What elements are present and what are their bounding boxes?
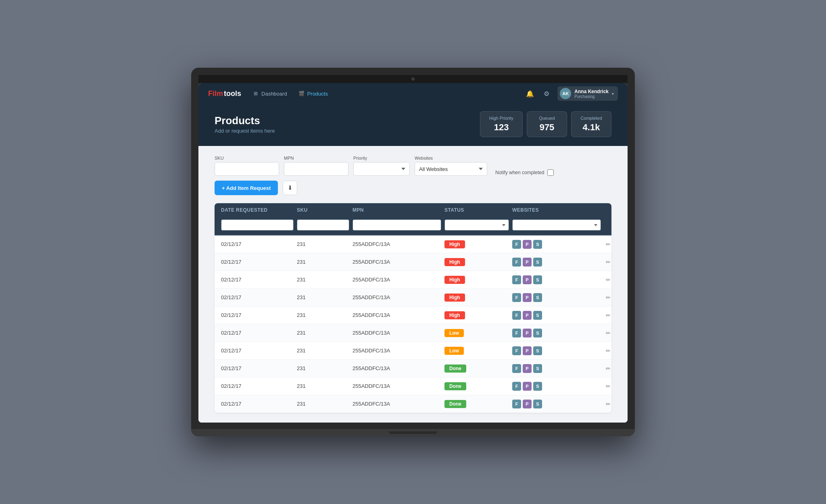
table-sku-filter[interactable] (297, 219, 349, 231)
user-role: Purchasing (574, 94, 609, 99)
priority-select[interactable]: High Low Done (353, 162, 410, 176)
page-header: Products Add or request items here High … (198, 104, 628, 146)
website-badges: FPS (512, 293, 601, 302)
website-badges: FPS (512, 240, 601, 249)
cell-mpn: 255ADDFC/13A (353, 277, 441, 283)
edit-button[interactable]: ✏ (604, 329, 611, 337)
edit-button[interactable]: ✏ (604, 364, 611, 373)
cell-websites: FPS (512, 311, 601, 320)
cell-sku: 231 (297, 259, 349, 265)
logo-tools: tools (224, 90, 241, 98)
table-row: 02/12/17 231 255ADDFC/13A Done FPS ✏ 🔗 ✔ (215, 377, 611, 395)
cell-actions: ✏ 🔗 ✔ (604, 293, 611, 302)
cell-mpn: 255ADDFC/13A (353, 348, 441, 354)
website-badge-s: S (533, 258, 542, 267)
status-badge: High (444, 294, 465, 302)
cell-actions: ✏ 🔗 ✔ (604, 240, 611, 249)
mpn-input[interactable] (284, 162, 348, 176)
notify-area: Notify when completed (495, 169, 554, 176)
status-badge: Low (444, 329, 464, 337)
website-badge-f: F (512, 364, 521, 373)
user-menu[interactable]: AK Anna Kendrick Purchasing ▾ (557, 86, 618, 101)
edit-button[interactable]: ✏ (604, 347, 611, 355)
cell-sku: 231 (297, 294, 349, 300)
table-websites-filter[interactable] (512, 219, 601, 231)
edit-button[interactable]: ✏ (604, 294, 611, 302)
cell-websites: FPS (512, 240, 601, 249)
notify-checkbox[interactable] (547, 169, 554, 176)
edit-button[interactable]: ✏ (604, 400, 611, 408)
th-websites: Websites (512, 207, 601, 213)
stat-queued-value: 975 (536, 122, 558, 133)
website-badge-s: S (533, 400, 542, 408)
website-badge-p: P (523, 400, 532, 408)
website-badge-f: F (512, 329, 521, 337)
cell-date: 02/12/17 (221, 365, 294, 371)
cell-date: 02/12/17 (221, 348, 294, 354)
dashboard-icon: ⊞ (252, 90, 259, 97)
cell-actions: ✏ 🔗 ✔ (604, 364, 611, 373)
cell-websites: FPS (512, 382, 601, 391)
websites-select[interactable]: All Websites (415, 162, 487, 176)
sku-filter-group: SKU (215, 156, 279, 176)
status-badge: Done (444, 382, 466, 390)
logo: Filmtools (208, 90, 241, 98)
settings-icon-btn[interactable]: ⚙ (542, 88, 551, 99)
add-item-request-button[interactable]: + Add Item Request (215, 181, 278, 195)
page-title-area: Products Add or request items here (215, 115, 275, 134)
table-row: 02/12/17 231 255ADDFC/13A Done FPS ✏ 🔗 ✔ (215, 395, 611, 413)
products-icon: 🎬 (298, 90, 305, 97)
table-status-filter[interactable]: High Low Done (444, 219, 509, 231)
cell-sku: 231 (297, 348, 349, 354)
cell-actions: ✏ 🔗 ✔ (604, 275, 611, 284)
table-mpn-filter[interactable] (353, 219, 441, 231)
website-badge-s: S (533, 311, 542, 320)
avatar: AK (560, 88, 571, 99)
status-badge: High (444, 240, 465, 248)
edit-button[interactable]: ✏ (604, 276, 611, 284)
website-badge-s: S (533, 329, 542, 337)
stat-high-priority-value: 123 (489, 122, 513, 133)
cell-mpn: 255ADDFC/13A (353, 365, 441, 371)
sku-input[interactable] (215, 162, 279, 176)
user-info: Anna Kendrick Purchasing (574, 89, 609, 99)
website-badges: FPS (512, 275, 601, 284)
nav-products[interactable]: 🎬 Products (297, 88, 330, 99)
table-date-filter[interactable] (221, 219, 294, 231)
table-row: 02/12/17 231 255ADDFC/13A Done FPS ✏ 🔗 ✔ (215, 360, 611, 377)
cell-status: Done (444, 400, 509, 408)
cell-websites: FPS (512, 293, 601, 302)
website-badge-f: F (512, 382, 521, 391)
edit-button[interactable]: ✏ (604, 382, 611, 390)
website-badge-s: S (533, 364, 542, 373)
cell-sku: 231 (297, 365, 349, 371)
websites-label: Websites (415, 156, 487, 160)
cell-date: 02/12/17 (221, 241, 294, 247)
export-button[interactable]: ⬇ (283, 181, 297, 195)
navbar: Filmtools ⊞ Dashboard 🎬 Products 🔔 ⚙ AK (198, 83, 628, 104)
nav-dashboard[interactable]: ⊞ Dashboard (251, 88, 289, 99)
table-row: 02/12/17 231 255ADDFC/13A High FPS ✏ 🔗 ✔ (215, 289, 611, 306)
stat-queued-label: Queued (536, 116, 558, 121)
edit-button[interactable]: ✏ (604, 311, 611, 319)
logo-film: Film (208, 90, 223, 98)
website-badge-p: P (523, 329, 532, 337)
cell-sku: 231 (297, 383, 349, 389)
website-badge-s: S (533, 293, 542, 302)
cell-actions: ✏ 🔗 ✔ (604, 381, 611, 391)
cell-status: Done (444, 364, 509, 373)
table-row: 02/12/17 231 255ADDFC/13A High FPS ✏ 🔗 ✔ (215, 253, 611, 271)
website-badge-p: P (523, 258, 532, 267)
edit-button[interactable]: ✏ (604, 240, 611, 248)
website-badge-f: F (512, 293, 521, 302)
cell-mpn: 255ADDFC/13A (353, 383, 441, 389)
website-badge-f: F (512, 311, 521, 320)
mpn-filter-group: MPN (284, 156, 348, 176)
website-badge-p: P (523, 311, 532, 320)
mpn-label: MPN (284, 156, 348, 160)
cell-date: 02/12/17 (221, 401, 294, 407)
notification-icon-btn[interactable]: 🔔 (524, 88, 536, 99)
edit-button[interactable]: ✏ (604, 258, 611, 266)
website-badge-p: P (523, 293, 532, 302)
website-badges: FPS (512, 400, 601, 408)
